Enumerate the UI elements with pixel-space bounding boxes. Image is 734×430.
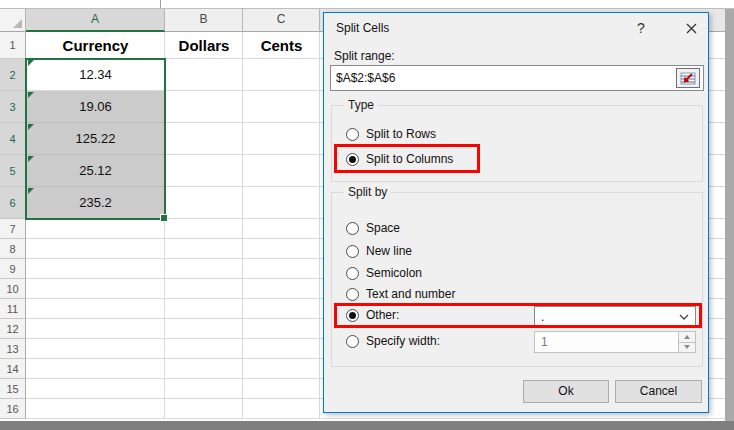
row-header-13[interactable]: 13 [0, 339, 26, 359]
cell[interactable] [243, 399, 320, 419]
column-header-a[interactable]: A [26, 9, 165, 32]
spinner-down-button[interactable] [679, 343, 695, 353]
cell-A2[interactable]: 12.34 [27, 59, 164, 91]
cell[interactable] [243, 187, 320, 219]
cell[interactable] [165, 259, 243, 279]
cell-A5[interactable]: 25.12 [27, 155, 164, 187]
cell[interactable] [26, 239, 165, 259]
cell[interactable] [165, 379, 243, 399]
split-range-label: Split range: [334, 49, 395, 63]
cell[interactable] [26, 359, 165, 379]
cell-A3[interactable]: 19.06 [27, 91, 164, 123]
column-header-c[interactable]: C [243, 9, 320, 32]
cell[interactable] [165, 399, 243, 419]
cell[interactable] [165, 91, 243, 123]
radio-space[interactable]: Space [346, 218, 400, 238]
cell[interactable] [243, 155, 320, 187]
radio-semicolon[interactable]: Semicolon [346, 263, 422, 283]
spinner-up-button[interactable] [679, 332, 695, 343]
cell-A1[interactable]: Currency [26, 32, 165, 59]
radio-label: Split to Columns [366, 152, 453, 166]
type-group-label: Type [344, 98, 378, 112]
cell[interactable] [243, 123, 320, 155]
radio-label: Specify width: [366, 334, 440, 348]
row-header-2[interactable]: 2 [0, 59, 26, 91]
cell-value: 19.06 [27, 91, 164, 122]
radio-new-line[interactable]: New line [346, 241, 412, 261]
select-all-corner[interactable] [0, 9, 26, 32]
row-header-10[interactable]: 10 [0, 279, 26, 299]
radio-split-to-columns[interactable]: Split to Columns [346, 149, 453, 169]
row-header-3[interactable]: 3 [0, 91, 26, 123]
row-header-12[interactable]: 12 [0, 319, 26, 339]
range-picker-icon [680, 72, 696, 85]
cell-A4[interactable]: 125.22 [27, 123, 164, 155]
cell[interactable] [243, 239, 320, 259]
radio-specify-width[interactable]: Specify width: [346, 331, 440, 351]
cell[interactable] [165, 279, 243, 299]
cell[interactable] [243, 379, 320, 399]
row-header-11[interactable]: 11 [0, 299, 26, 319]
cell[interactable] [165, 299, 243, 319]
cell[interactable] [243, 339, 320, 359]
radio-other[interactable]: Other: [346, 305, 399, 325]
radio-icon [346, 335, 359, 348]
cancel-button[interactable]: Cancel [615, 380, 702, 403]
chevron-down-icon [679, 314, 689, 320]
cell[interactable] [165, 59, 243, 91]
cell[interactable] [26, 219, 165, 239]
other-delimiter-select[interactable]: . [534, 306, 696, 327]
cell[interactable] [243, 319, 320, 339]
cell[interactable] [165, 339, 243, 359]
cell[interactable] [26, 399, 165, 419]
row-header-14[interactable]: 14 [0, 359, 26, 379]
cell[interactable] [165, 239, 243, 259]
cell[interactable] [165, 219, 243, 239]
row-header-5[interactable]: 5 [0, 155, 26, 187]
cell-A6[interactable]: 235.2 [27, 187, 164, 219]
cell[interactable] [26, 339, 165, 359]
cell[interactable] [165, 155, 243, 187]
column-header-b[interactable]: B [165, 9, 243, 32]
cell-C1[interactable]: Cents [243, 32, 320, 59]
ok-button[interactable]: Ok [523, 380, 609, 403]
width-spinner-value: 1 [535, 332, 678, 352]
radio-icon [346, 267, 359, 280]
cell[interactable] [243, 59, 320, 91]
row-header-8[interactable]: 8 [0, 239, 26, 259]
cell[interactable] [26, 299, 165, 319]
cell[interactable] [165, 123, 243, 155]
row-header-1[interactable]: 1 [0, 32, 26, 59]
help-button[interactable]: ? [630, 19, 652, 37]
cell[interactable] [243, 91, 320, 123]
radio-icon [346, 288, 359, 301]
name-box-divider [160, 0, 161, 8]
row-header-15[interactable]: 15 [0, 379, 26, 399]
row-header-9[interactable]: 9 [0, 259, 26, 279]
split-range-input[interactable] [330, 65, 704, 91]
width-spinner[interactable]: 1 [534, 331, 696, 353]
range-picker-button[interactable] [676, 68, 700, 88]
close-button[interactable] [678, 18, 704, 38]
row-header-16[interactable]: 16 [0, 399, 26, 419]
cell[interactable] [243, 219, 320, 239]
arrow-up-icon [684, 335, 690, 339]
radio-split-to-rows[interactable]: Split to Rows [346, 124, 436, 144]
cell[interactable] [26, 279, 165, 299]
cell[interactable] [243, 259, 320, 279]
cell[interactable] [243, 359, 320, 379]
formula-bar-edge [0, 0, 734, 9]
row-header-6[interactable]: 6 [0, 187, 26, 219]
cell[interactable] [165, 359, 243, 379]
row-header-4[interactable]: 4 [0, 123, 26, 155]
radio-text-and-number[interactable]: Text and number [346, 284, 455, 304]
cell[interactable] [165, 319, 243, 339]
cell-B1[interactable]: Dollars [165, 32, 243, 59]
cell[interactable] [26, 379, 165, 399]
row-header-7[interactable]: 7 [0, 219, 26, 239]
cell[interactable] [26, 319, 165, 339]
cell[interactable] [243, 299, 320, 319]
cell[interactable] [243, 279, 320, 299]
cell[interactable] [165, 187, 243, 219]
cell[interactable] [26, 259, 165, 279]
